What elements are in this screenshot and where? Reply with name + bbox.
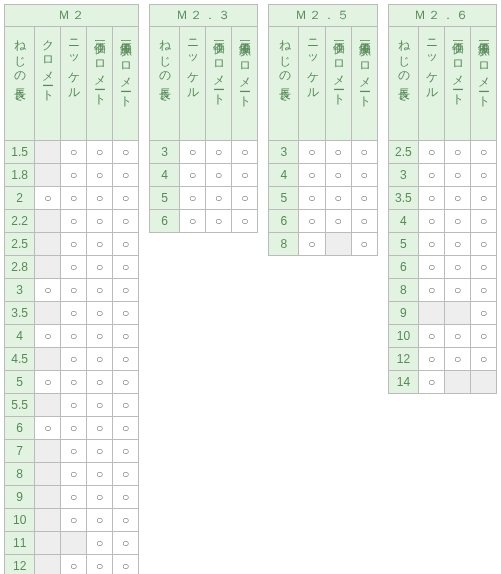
option-cell: ○ — [61, 256, 87, 279]
option-cell: ○ — [87, 486, 113, 509]
option-cell — [35, 210, 61, 233]
table-row: 3○○○○ — [5, 279, 139, 302]
option-cell: ○ — [113, 141, 139, 164]
option-cell: ○ — [180, 187, 206, 210]
length-cell: 9 — [388, 302, 418, 325]
option-cell: ○ — [419, 164, 445, 187]
length-cell: 1.5 — [5, 141, 35, 164]
header-option: 三価黒クロメート — [113, 27, 139, 141]
option-cell: ○ — [180, 210, 206, 233]
option-cell — [35, 463, 61, 486]
length-cell: 10 — [388, 325, 418, 348]
length-cell: 12 — [388, 348, 418, 371]
length-cell: 6 — [388, 256, 418, 279]
option-cell — [35, 233, 61, 256]
length-cell: 2.5 — [388, 141, 418, 164]
option-cell — [35, 394, 61, 417]
option-cell: ○ — [299, 164, 325, 187]
option-cell: ○ — [61, 325, 87, 348]
screw-table: Ｍ２．５ねじの長さニッケル三価クロメート三価黒クロメート3○○○4○○○5○○○… — [268, 4, 377, 256]
option-cell: ○ — [471, 325, 497, 348]
length-cell: 10 — [5, 509, 35, 532]
option-cell: ○ — [232, 141, 258, 164]
option-cell: ○ — [61, 279, 87, 302]
length-cell: 9 — [5, 486, 35, 509]
option-cell: ○ — [471, 164, 497, 187]
table-row: 3○○○ — [388, 164, 496, 187]
table-row: 8○○○ — [388, 279, 496, 302]
option-cell: ○ — [445, 233, 471, 256]
option-cell: ○ — [61, 509, 87, 532]
length-cell: 2.8 — [5, 256, 35, 279]
length-cell: 4 — [5, 325, 35, 348]
option-cell: ○ — [351, 210, 377, 233]
length-cell: 5 — [388, 233, 418, 256]
option-cell: ○ — [180, 164, 206, 187]
length-cell: 3 — [388, 164, 418, 187]
header-length: ねじの長さ — [388, 27, 418, 141]
length-cell: 2.5 — [5, 233, 35, 256]
table-row: 10○○○ — [388, 325, 496, 348]
length-cell: 3.5 — [388, 187, 418, 210]
length-cell: 4 — [388, 210, 418, 233]
option-cell: ○ — [61, 486, 87, 509]
option-cell — [61, 532, 87, 555]
header-option: ニッケル — [299, 27, 325, 141]
option-cell: ○ — [419, 233, 445, 256]
table-row: 1.8○○○ — [5, 164, 139, 187]
option-cell — [445, 302, 471, 325]
option-cell: ○ — [232, 164, 258, 187]
option-cell: ○ — [113, 210, 139, 233]
table-row: 9○ — [388, 302, 496, 325]
option-cell: ○ — [445, 279, 471, 302]
option-cell — [35, 256, 61, 279]
option-cell: ○ — [113, 302, 139, 325]
option-cell: ○ — [61, 371, 87, 394]
table-row: 6○○○ — [150, 210, 258, 233]
option-cell: ○ — [87, 233, 113, 256]
option-cell: ○ — [299, 210, 325, 233]
table-row: 6○○○○ — [5, 417, 139, 440]
table-row: 5○○○ — [269, 187, 377, 210]
header-length: ねじの長さ — [5, 27, 35, 141]
tables-wrap: Ｍ２ねじの長さクロメートニッケル三価クロメート三価黒クロメート1.5○○○1.8… — [4, 4, 497, 574]
option-cell: ○ — [87, 532, 113, 555]
option-cell: ○ — [87, 417, 113, 440]
length-cell: 3.5 — [5, 302, 35, 325]
table-row: 5○○○○ — [5, 371, 139, 394]
option-cell: ○ — [471, 348, 497, 371]
option-cell: ○ — [419, 210, 445, 233]
option-cell: ○ — [61, 417, 87, 440]
table-title: Ｍ２．６ — [388, 5, 496, 27]
length-cell: 7 — [5, 440, 35, 463]
option-cell: ○ — [35, 371, 61, 394]
table-row: 5.5○○○ — [5, 394, 139, 417]
option-cell: ○ — [471, 187, 497, 210]
length-cell: 4 — [269, 164, 299, 187]
option-cell: ○ — [87, 463, 113, 486]
length-cell: 4.5 — [5, 348, 35, 371]
length-cell: 12 — [5, 555, 35, 575]
option-cell: ○ — [299, 141, 325, 164]
option-cell: ○ — [206, 141, 232, 164]
length-cell: 6 — [5, 417, 35, 440]
option-cell: ○ — [61, 164, 87, 187]
header-length: ねじの長さ — [269, 27, 299, 141]
option-cell: ○ — [87, 141, 113, 164]
table-title: Ｍ２ — [5, 5, 139, 27]
table-row: 7○○○ — [5, 440, 139, 463]
option-cell: ○ — [87, 302, 113, 325]
option-cell: ○ — [113, 486, 139, 509]
header-option: ニッケル — [61, 27, 87, 141]
option-cell: ○ — [87, 555, 113, 575]
length-cell: 5 — [5, 371, 35, 394]
table-row: 6○○○ — [269, 210, 377, 233]
option-cell: ○ — [471, 279, 497, 302]
length-cell: 6 — [150, 210, 180, 233]
option-cell: ○ — [87, 210, 113, 233]
option-cell: ○ — [113, 325, 139, 348]
option-cell: ○ — [419, 325, 445, 348]
option-cell: ○ — [61, 394, 87, 417]
length-cell: 2 — [5, 187, 35, 210]
table-row: 14○ — [388, 371, 496, 394]
